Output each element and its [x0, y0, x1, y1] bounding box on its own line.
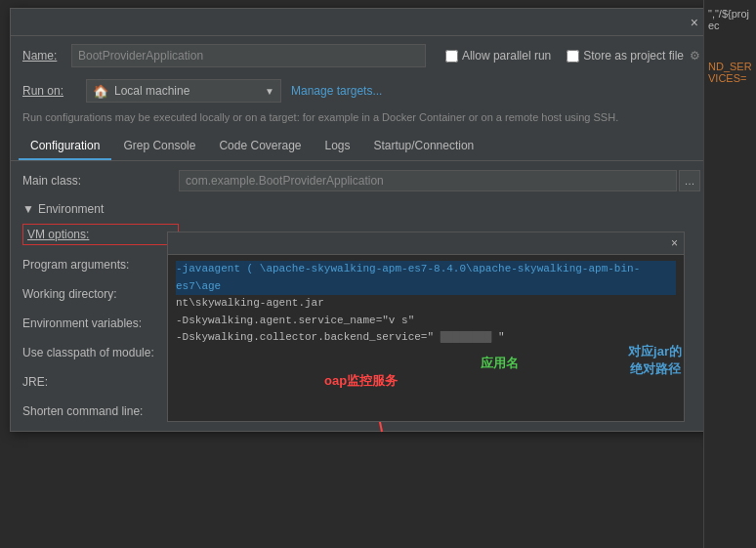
run-on-value: Local machine: [114, 84, 259, 98]
store-project-option: Store as project file ⚙: [567, 49, 700, 63]
env-vars-label: Environment variables:: [22, 316, 179, 330]
vm-line3c-redacted: ████████: [441, 331, 492, 343]
tab-logs[interactable]: Logs: [314, 133, 362, 160]
dropdown-arrow-icon: ▼: [265, 86, 274, 97]
vm-line3b: -Dskywalking.collector.backend_service=": [176, 331, 434, 343]
vm-line3a: -Dskywalking.agent.service_name="v s": [176, 315, 414, 326]
info-text: Run configurations may be executed local…: [11, 106, 712, 133]
vm-options-popup: × -javaagent ( \apache-skywalking-apm-es…: [167, 232, 685, 422]
gear-icon: ⚙: [690, 49, 700, 63]
name-row: Name: Allow parallel run Store as projec…: [11, 36, 712, 75]
run-debug-dialog: × Name: Allow parallel run Store as proj…: [10, 8, 713, 432]
store-project-checkbox[interactable]: [567, 50, 579, 63]
short-cmd-label: Shorten command line:: [22, 404, 179, 418]
allow-parallel-label: Allow parallel run: [462, 49, 551, 63]
title-bar: ×: [11, 9, 712, 36]
annotation-area: 应用名 oap监控服务 对应jar的 绝对路径: [168, 353, 684, 421]
program-args-label: Program arguments:: [22, 258, 179, 272]
name-input[interactable]: [71, 44, 426, 67]
sidebar-content: ","/${projec ND_SERVICES=: [704, 0, 756, 92]
annotation-jar-path: 对应jar的 绝对路径: [628, 343, 682, 378]
vm-options-label: VM options:: [22, 224, 179, 245]
run-on-label: Run on:: [22, 84, 76, 98]
main-class-row: Main class: …: [22, 169, 700, 192]
working-dir-label: Working directory:: [22, 287, 179, 301]
main-class-input[interactable]: [179, 170, 677, 191]
right-sidebar: ","/${projec ND_SERVICES=: [703, 0, 756, 548]
tabs-bar: Configuration Grep Console Code Coverage…: [11, 133, 712, 161]
tab-configuration[interactable]: Configuration: [19, 133, 111, 160]
house-icon: 🏠: [93, 84, 108, 99]
annotation-app-name: 应用名: [481, 355, 519, 372]
environment-toggle[interactable]: ▼ Environment: [22, 202, 700, 216]
vm-line3c: ": [498, 331, 505, 343]
close-button[interactable]: ×: [685, 13, 704, 32]
environment-label: Environment: [38, 202, 104, 216]
tab-grep-console[interactable]: Grep Console: [111, 133, 207, 160]
classpath-label: Use classpath of module:: [22, 346, 179, 359]
tab-code-coverage[interactable]: Code Coverage: [207, 133, 313, 160]
jre-label: JRE:: [22, 375, 179, 389]
vm-line1: -javaagent ( \apache-skywalking-apm-es7-…: [176, 261, 676, 295]
vm-popup-content[interactable]: -javaagent ( \apache-skywalking-apm-es7-…: [168, 255, 684, 353]
vm-popup-header: ×: [168, 232, 684, 255]
vm-line3: -Dskywalking.agent.service_name="v s": [176, 313, 676, 330]
triangle-icon: ▼: [22, 202, 34, 216]
vm-line2: nt\skywalking-agent.jar: [176, 295, 676, 313]
name-label: Name:: [22, 49, 62, 63]
tab-startup-connection[interactable]: Startup/Connection: [362, 133, 486, 160]
manage-targets-link[interactable]: Manage targets...: [291, 84, 382, 98]
annotation-oap: oap监控服务: [324, 372, 398, 390]
vm-line4: -Dskywalking.collector.backend_service="…: [176, 329, 676, 347]
main-class-label: Main class:: [22, 174, 179, 188]
allow-parallel-checkbox[interactable]: [445, 50, 458, 63]
sidebar-code-1: ","/${projec: [708, 8, 752, 31]
run-on-row: Run on: 🏠 Local machine ▼ Manage targets…: [11, 75, 712, 106]
checkboxes-area: Allow parallel run Store as project file…: [445, 49, 700, 63]
sidebar-code-2: ND_SERVICES=: [708, 61, 752, 84]
vm-popup-close-button[interactable]: ×: [671, 236, 678, 250]
run-on-dropdown[interactable]: 🏠 Local machine ▼: [86, 79, 281, 103]
main-class-browse-button[interactable]: …: [679, 170, 700, 191]
allow-parallel-option: Allow parallel run: [445, 49, 551, 63]
store-project-label: Store as project file: [583, 49, 684, 63]
